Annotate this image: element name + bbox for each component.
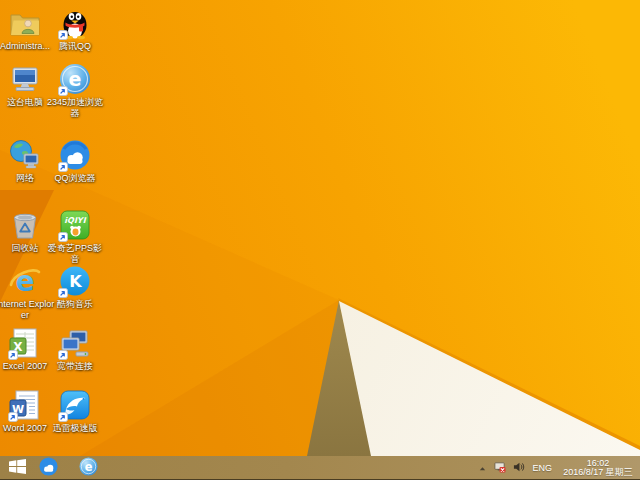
word-icon: W xyxy=(8,388,42,422)
shortcut-arrow-icon xyxy=(8,412,18,422)
taskbar-button-2345-browser[interactable]: e xyxy=(76,456,100,480)
broadband-connection-icon xyxy=(58,326,92,360)
svg-text:K: K xyxy=(69,272,82,291)
kugou-icon: K xyxy=(58,264,92,298)
system-tray: ENG 16:02 2016/8/17 星期三 xyxy=(478,456,640,480)
volume-icon[interactable] xyxy=(513,459,525,477)
desktop-icon-tencent-qq[interactable]: 腾讯QQ xyxy=(43,6,107,52)
windows-logo-icon xyxy=(9,459,26,478)
shortcut-arrow-icon xyxy=(58,232,68,242)
clock[interactable]: 16:02 2016/8/17 星期三 xyxy=(559,459,637,478)
desktop-icon-qq-browser[interactable]: QQ浏览器 xyxy=(43,138,107,184)
start-button[interactable] xyxy=(0,456,34,480)
desktop-icon-label: 回收站 xyxy=(12,243,39,254)
qq-browser-cloud-icon xyxy=(58,138,92,172)
network-status-icon[interactable] xyxy=(494,459,506,477)
desktop-icon-label: QQ浏览器 xyxy=(54,173,95,184)
shortcut-arrow-icon xyxy=(58,30,68,40)
desktop-icon-kugou-music[interactable]: K 酷狗音乐 xyxy=(43,264,107,310)
desktop-icon-label: 迅雷极速版 xyxy=(53,423,98,434)
2345-browser-icon: e xyxy=(58,62,92,96)
desktop-icon-xunlei[interactable]: 迅雷极速版 xyxy=(43,388,107,434)
shortcut-arrow-icon xyxy=(58,288,68,298)
desktop-icon-label: 网络 xyxy=(16,173,34,184)
shortcut-arrow-icon xyxy=(58,162,68,172)
desktop-icon-label: 酷狗音乐 xyxy=(57,299,93,310)
svg-text:e: e xyxy=(69,68,82,90)
shortcut-arrow-icon xyxy=(58,412,68,422)
language-indicator[interactable]: ENG xyxy=(532,463,552,473)
2345-browser-icon: e xyxy=(79,457,98,480)
svg-text:iQIYI: iQIYI xyxy=(64,216,86,225)
excel-icon: X xyxy=(8,326,42,360)
xunlei-bird-icon xyxy=(58,388,92,422)
recycle-bin-icon xyxy=(8,208,42,242)
desktop-icon-label: 腾讯QQ xyxy=(59,41,91,52)
desktop-icon-2345-browser[interactable]: e 2345加速浏览器 xyxy=(43,62,107,119)
desktop-icon-iqiyi-pps[interactable]: iQIYI 爱奇艺PPS影音 xyxy=(43,208,107,265)
computer-icon xyxy=(8,62,42,96)
shortcut-arrow-icon xyxy=(58,86,68,96)
qq-browser-cloud-icon xyxy=(39,457,58,480)
desktop-icon-label: Word 2007 xyxy=(3,423,47,434)
desktop-icon-label: 爱奇艺PPS影音 xyxy=(45,243,105,265)
shortcut-arrow-icon xyxy=(58,350,68,360)
desktop-icon-label: Excel 2007 xyxy=(3,361,48,372)
windows-desktop-screen: Administra... 这台电脑 网络 xyxy=(0,0,640,480)
desktop-icon-label: 这台电脑 xyxy=(7,97,43,108)
network-globe-icon xyxy=(8,138,42,172)
desktop-icon-label: 宽带连接 xyxy=(57,361,93,372)
taskbar-button-qq-browser[interactable] xyxy=(36,456,60,480)
shortcut-arrow-icon xyxy=(8,350,18,360)
clock-date: 2016/8/17 星期三 xyxy=(559,468,637,478)
internet-explorer-icon: e xyxy=(8,264,42,298)
user-folder-icon xyxy=(8,6,42,40)
iqiyi-icon: iQIYI xyxy=(58,208,92,242)
desktop-icon-broadband[interactable]: 宽带连接 xyxy=(43,326,107,372)
svg-text:e: e xyxy=(84,459,92,473)
desktop-icon-label: 2345加速浏览器 xyxy=(45,97,105,119)
hidden-icons-chevron-icon[interactable] xyxy=(478,459,487,477)
taskbar: e xyxy=(0,456,640,480)
qq-penguin-icon xyxy=(58,6,92,40)
